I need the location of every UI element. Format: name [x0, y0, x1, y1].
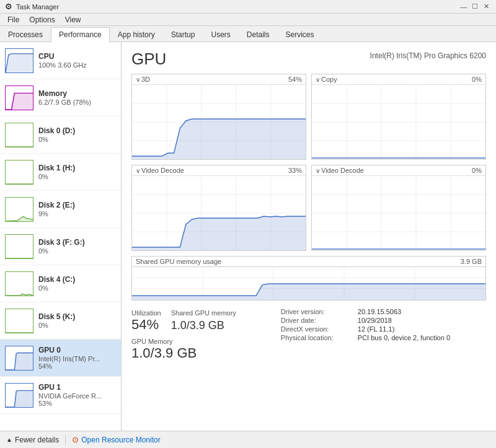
- tab-services[interactable]: Services: [278, 27, 322, 42]
- physical-location-label: Physical location:: [281, 334, 355, 341]
- chart-videodecode1: ∨ Video Decode 33%: [131, 165, 306, 251]
- driver-version-label: Driver version:: [281, 308, 355, 315]
- directx-label: DirectX version:: [281, 325, 355, 333]
- sidebar-item-disk2[interactable]: Disk 2 (E:) 9%: [0, 191, 121, 228]
- svg-marker-22: [132, 216, 306, 250]
- maximize-button[interactable]: ☐: [470, 2, 480, 12]
- sidebar-item-disk4[interactable]: Disk 4 (C:) 0%: [0, 265, 121, 302]
- menu-bar: File Options View: [0, 14, 496, 26]
- driver-date-value: 10/29/2018: [358, 317, 486, 324]
- sidebar-item-gpu1[interactable]: GPU 1 NVIDIA GeForce R... 53%: [0, 377, 121, 414]
- chart-copy-value: 0%: [472, 76, 482, 83]
- gpu-memory-label: GPU Memory: [131, 338, 268, 345]
- title-bar: ⚙ Task Manager — ☐ ✕: [0, 0, 496, 14]
- tab-performance[interactable]: Performance: [51, 27, 110, 42]
- app-icon: ⚙: [5, 2, 12, 11]
- utilization-label: Utilization: [131, 309, 161, 317]
- close-button[interactable]: ✕: [481, 2, 491, 12]
- resource-icon: ⊙: [72, 435, 79, 444]
- content-panel: GPU Intel(R) Iris(TM) Pro Graphics 6200 …: [122, 42, 496, 431]
- bottom-bar: ▲ Fewer details ⊙ Open Resource Monitor: [0, 431, 496, 448]
- sidebar-item-disk1[interactable]: Disk 1 (H:) 0%: [0, 154, 121, 191]
- chevron-down-icon-3d[interactable]: ∨: [136, 76, 140, 83]
- svg-marker-7: [132, 119, 306, 159]
- fewer-details-label: Fewer details: [15, 436, 59, 444]
- chevron-down-icon-copy[interactable]: ∨: [316, 76, 320, 83]
- sidebar-item-memory[interactable]: Memory 6.2/7.9 GB (78%): [0, 79, 121, 116]
- fewer-details-button[interactable]: ▲ Fewer details: [6, 436, 59, 444]
- chart-3d-label: 3D: [141, 76, 150, 83]
- chart-copy-label: Copy: [321, 76, 337, 83]
- menu-view[interactable]: View: [60, 14, 86, 25]
- sidebar-item-cpu[interactable]: CPU 100% 3.60 GHz: [0, 42, 121, 79]
- menu-file[interactable]: File: [2, 14, 24, 25]
- sidebar-item-gpu0[interactable]: GPU 0 Intel(R) Iris(TM) Pr... 54%: [0, 340, 121, 377]
- chart-vd1-label: Video Decode: [141, 167, 184, 174]
- gpu-model: Intel(R) Iris(TM) Pro Graphics 6200: [370, 50, 486, 63]
- chevron-down-icon-vd1[interactable]: ∨: [136, 167, 140, 174]
- tab-processes[interactable]: Processes: [0, 27, 51, 42]
- minimize-button[interactable]: —: [459, 2, 469, 12]
- chevron-down-icon-vd2[interactable]: ∨: [316, 167, 320, 174]
- open-resource-monitor-button[interactable]: ⊙ Open Resource Monitor: [72, 435, 160, 444]
- sidebar-item-disk0[interactable]: Disk 0 (D:) 0%: [0, 116, 121, 154]
- chart-3d-value: 54%: [288, 76, 302, 83]
- driver-date-label: Driver date:: [281, 317, 355, 324]
- menu-options[interactable]: Options: [24, 14, 60, 25]
- sidebar-item-disk5[interactable]: Disk 5 (K:) 0%: [0, 302, 121, 340]
- shared-gpu-value: 3.9 GB: [461, 258, 482, 265]
- shared-gpu-label: Shared GPU memory usage: [136, 258, 221, 265]
- sidebar: CPU 100% 3.60 GHz Memory 6.2/7.9 GB (78%…: [0, 42, 122, 431]
- tab-users[interactable]: Users: [203, 27, 238, 42]
- shared-gpu-memory-value: 1.0/3.9 GB: [171, 319, 236, 332]
- svg-marker-36: [132, 284, 485, 300]
- sidebar-item-disk3[interactable]: Disk 3 (F: G:) 0%: [0, 228, 121, 265]
- utilization-value: 54%: [131, 317, 161, 333]
- chart-vd2-label: Video Decode: [321, 167, 364, 174]
- tab-app-history[interactable]: App history: [110, 27, 163, 42]
- tab-details[interactable]: Details: [239, 27, 278, 42]
- shared-gpu-memory-label: Shared GPU memory: [171, 309, 236, 317]
- chart-vd1-value: 33%: [288, 167, 302, 174]
- physical-location-value: PCI bus 0, device 2, function 0: [358, 334, 486, 341]
- chart-videodecode2: ∨ Video Decode 0%: [311, 165, 486, 251]
- driver-version-value: 20.19.15.5063: [358, 308, 486, 315]
- gpu-memory-value: 1.0/3.9 GB: [131, 345, 268, 361]
- app-title: Task Manager: [16, 3, 59, 11]
- open-resource-label: Open Resource Monitor: [81, 436, 160, 444]
- chart-copy: ∨ Copy 0%: [311, 74, 486, 160]
- tab-bar: Processes Performance App history Startu…: [0, 26, 496, 42]
- tab-startup[interactable]: Startup: [163, 27, 203, 42]
- directx-value: 12 (FL 11.1): [358, 325, 486, 333]
- shared-gpu-section: Shared GPU memory usage 3.9 GB: [131, 256, 486, 301]
- chart-3d: ∨ 3D 54%: [131, 74, 306, 160]
- chevron-up-icon: ▲: [6, 436, 12, 443]
- gpu-title: GPU: [131, 50, 166, 69]
- chart-vd2-value: 0%: [472, 167, 482, 174]
